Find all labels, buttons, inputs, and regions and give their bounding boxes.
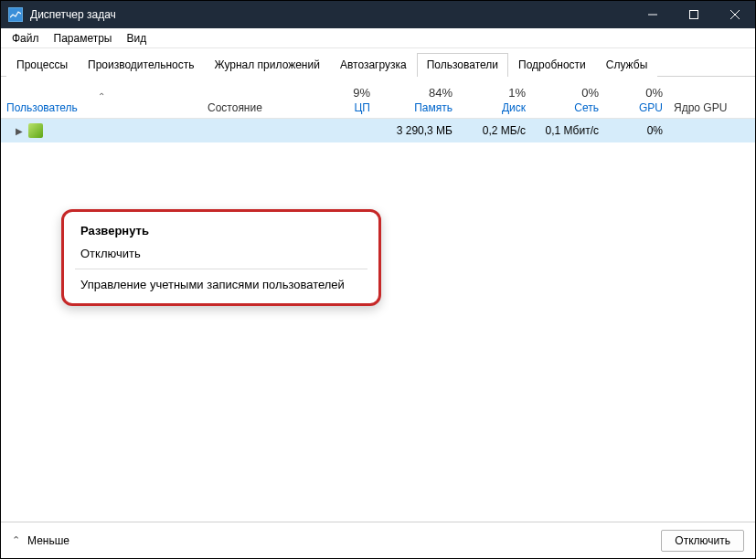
window-controls bbox=[632, 1, 755, 28]
context-disconnect[interactable]: Отключить bbox=[64, 242, 378, 265]
cell-network: 0,1 Мбит/с bbox=[531, 124, 604, 137]
header-gpu-engine[interactable]: Ядро GPU bbox=[668, 101, 741, 118]
expand-icon[interactable]: ▶ bbox=[16, 126, 23, 136]
cell-disk: 0,2 МБ/с bbox=[458, 124, 531, 137]
sort-arrow-icon: ⌃ bbox=[6, 91, 197, 101]
app-icon bbox=[8, 7, 23, 22]
header-disk[interactable]: 1% Диск bbox=[458, 86, 531, 118]
user-icon bbox=[28, 123, 43, 138]
context-separator bbox=[75, 269, 367, 269]
tab-app-history[interactable]: Журнал приложений bbox=[205, 53, 330, 77]
close-button[interactable] bbox=[714, 1, 755, 28]
header-network[interactable]: 0% Сеть bbox=[531, 86, 604, 118]
user-row[interactable]: ▶ 3 290,3 МБ 0,2 МБ/с 0,1 Мбит/с 0% bbox=[1, 119, 755, 142]
menu-view[interactable]: Вид bbox=[119, 30, 154, 47]
fewer-label: Меньше bbox=[27, 534, 69, 547]
menu-file[interactable]: Файл bbox=[5, 30, 47, 47]
header-user[interactable]: ⌃ Пользователь bbox=[1, 91, 202, 118]
column-headers: ⌃ Пользователь Состояние 9% ЦП 84% Памят… bbox=[1, 77, 755, 119]
tab-services[interactable]: Службы bbox=[596, 53, 657, 77]
svg-rect-1 bbox=[689, 11, 697, 19]
maximize-button[interactable] bbox=[673, 1, 714, 28]
header-memory[interactable]: 84% Память bbox=[376, 86, 458, 118]
context-expand[interactable]: Развернуть bbox=[64, 219, 378, 242]
tab-processes[interactable]: Процессы bbox=[6, 53, 78, 77]
tab-performance[interactable]: Производительность bbox=[78, 53, 204, 77]
content-area: ⌃ Пользователь Состояние 9% ЦП 84% Памят… bbox=[1, 77, 755, 522]
titlebar: Диспетчер задач bbox=[1, 1, 755, 28]
cell-gpu: 0% bbox=[604, 124, 668, 137]
chevron-up-icon: ⌃ bbox=[12, 534, 20, 546]
tab-users[interactable]: Пользователи bbox=[417, 53, 508, 77]
cell-memory: 3 290,3 МБ bbox=[376, 124, 458, 137]
tab-details[interactable]: Подробности bbox=[508, 53, 596, 77]
context-menu: Развернуть Отключить Управление учетными… bbox=[61, 209, 381, 306]
disconnect-button[interactable]: Отключить bbox=[661, 530, 744, 552]
header-gpu[interactable]: 0% GPU bbox=[604, 86, 668, 118]
menubar: Файл Параметры Вид bbox=[1, 28, 755, 48]
tabs: Процессы Производительность Журнал прило… bbox=[1, 48, 755, 77]
header-cpu[interactable]: 9% ЦП bbox=[303, 86, 376, 118]
header-status[interactable]: Состояние bbox=[202, 101, 303, 118]
menu-options[interactable]: Параметры bbox=[47, 30, 120, 47]
tab-startup[interactable]: Автозагрузка bbox=[330, 53, 417, 77]
window-title: Диспетчер задач bbox=[30, 8, 632, 21]
footer: ⌃ Меньше Отключить bbox=[1, 522, 755, 558]
minimize-button[interactable] bbox=[632, 1, 673, 28]
context-manage-accounts[interactable]: Управление учетными записями пользовател… bbox=[64, 273, 378, 296]
rows-container: ▶ 3 290,3 МБ 0,2 МБ/с 0,1 Мбит/с 0% bbox=[1, 119, 755, 522]
fewer-details-button[interactable]: ⌃ Меньше bbox=[12, 534, 69, 547]
